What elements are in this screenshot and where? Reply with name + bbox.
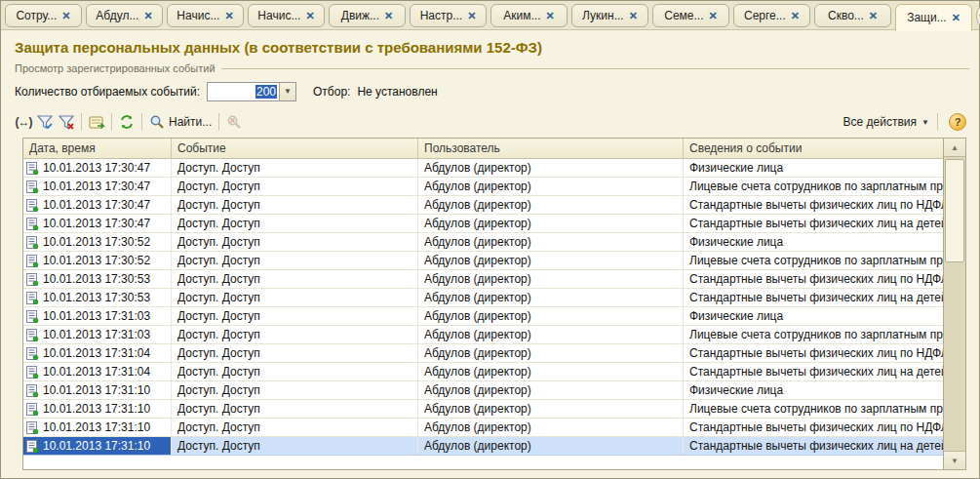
cell-details: Физические лица — [684, 233, 943, 251]
cell-user: Абдулов (директор) — [418, 419, 684, 436]
scrollbar-thumb[interactable] — [945, 159, 964, 262]
cell-event: Доступ. Доступ — [172, 326, 418, 343]
table-row[interactable]: 10.01.2013 17:31:10Доступ. ДоступАбдулов… — [23, 419, 943, 437]
tab-9[interactable]: Серге...✕ — [733, 4, 810, 27]
clear-filter-button[interactable] — [56, 111, 77, 133]
set-period-button[interactable]: (↔) — [13, 111, 34, 133]
search-cancel-icon — [226, 114, 242, 130]
tab-close-icon[interactable]: ✕ — [384, 11, 393, 21]
cell-details: Лицевые счета сотрудников по зарплатным … — [684, 400, 943, 418]
set-period-icon: (↔) — [16, 115, 32, 129]
set-filter-button[interactable] — [34, 111, 56, 133]
table-row[interactable]: 10.01.2013 17:31:03Доступ. ДоступАбдулов… — [23, 326, 943, 344]
cell-datetime: 10.01.2013 17:31:04 — [43, 365, 150, 379]
event-record-icon — [26, 218, 39, 230]
cell-datetime: 10.01.2013 17:30:53 — [43, 291, 150, 304]
group-box-header: Просмотр зарегистрированных событий — [15, 62, 969, 74]
cancel-search-button[interactable] — [223, 111, 245, 133]
cell-datetime: 10.01.2013 17:31:10 — [43, 402, 150, 416]
tab-5[interactable]: Настр...✕ — [410, 4, 487, 27]
event-card-icon — [88, 113, 105, 131]
tab-close-icon[interactable]: ✕ — [709, 11, 718, 21]
cell-user: Абдулов (директор) — [418, 289, 684, 306]
tab-close-icon[interactable]: ✕ — [143, 11, 152, 21]
cell-event: Доступ. Доступ — [172, 419, 418, 436]
event-count-dropdown-button[interactable]: ▼ — [279, 83, 295, 100]
tab-close-icon[interactable]: ✕ — [224, 11, 233, 21]
tab-3[interactable]: Начис...✕ — [248, 4, 325, 27]
help-button[interactable]: ? — [949, 113, 966, 131]
scroll-down-button[interactable]: ▼ — [944, 451, 965, 469]
table-row[interactable]: 10.01.2013 17:30:47Доступ. ДоступАбдулов… — [23, 159, 943, 178]
vertical-scrollbar[interactable]: ▲ ▼ — [943, 139, 965, 469]
cell-datetime: 10.01.2013 17:30:47 — [43, 161, 150, 175]
cell-datetime: 10.01.2013 17:30:47 — [43, 217, 150, 230]
cell-details: Стандартные вычеты физических лиц по НДФ… — [684, 419, 943, 436]
tab-7[interactable]: Лукин...✕ — [571, 4, 648, 27]
tab-1[interactable]: Абдул...✕ — [86, 4, 163, 27]
refresh-button[interactable] — [116, 111, 137, 133]
tab-0[interactable]: Сотру...✕ — [5, 4, 82, 27]
table-row[interactable]: 10.01.2013 17:30:47Доступ. ДоступАбдулов… — [23, 215, 943, 233]
cell-event: Доступ. Доступ — [172, 363, 418, 380]
cell-details: Физические лица — [684, 381, 943, 399]
cell-details: Физические лица — [684, 159, 943, 177]
tab-close-icon[interactable]: ✕ — [61, 11, 70, 21]
event-record-icon — [26, 273, 39, 286]
table-row[interactable]: 10.01.2013 17:30:52Доступ. ДоступАбдулов… — [23, 233, 943, 252]
table-row[interactable]: 10.01.2013 17:31:04Доступ. ДоступАбдулов… — [23, 363, 943, 381]
event-count-input[interactable]: 200 ▼ — [207, 82, 296, 101]
triangle-up-icon: ▲ — [951, 143, 959, 152]
table-row[interactable]: 10.01.2013 17:31:03Доступ. ДоступАбдулов… — [23, 307, 943, 326]
table-header: Дата, время Событие Пользователь Сведени… — [23, 139, 943, 159]
tab-label: Начис... — [257, 9, 300, 22]
tab-10[interactable]: Скво...✕ — [814, 4, 891, 27]
open-event-button[interactable] — [86, 111, 107, 133]
cell-details: Лицевые счета сотрудников по зарплатным … — [684, 252, 943, 269]
table-row[interactable]: 10.01.2013 17:30:53Доступ. ДоступАбдулов… — [23, 289, 943, 307]
table-row[interactable]: 10.01.2013 17:31:10Доступ. ДоступАбдулов… — [23, 437, 943, 456]
find-button[interactable]: Найти... — [146, 114, 215, 130]
event-record-icon — [26, 440, 39, 453]
tab-close-icon[interactable]: ✕ — [952, 13, 960, 23]
column-header-datetime[interactable]: Дата, время — [23, 139, 172, 158]
cell-user: Абдулов (директор) — [418, 252, 684, 269]
tab-8[interactable]: Семе...✕ — [652, 4, 729, 27]
app-window: Сотру...✕Абдул...✕Начис...✕Начис...✕Движ… — [0, 0, 980, 479]
table-row[interactable]: 10.01.2013 17:30:53Доступ. ДоступАбдулов… — [23, 270, 943, 289]
toolbar-separator — [141, 113, 142, 131]
cell-datetime: 10.01.2013 17:31:03 — [43, 328, 150, 341]
table-row[interactable]: 10.01.2013 17:31:10Доступ. ДоступАбдулов… — [23, 400, 943, 419]
table-row[interactable]: 10.01.2013 17:30:47Доступ. ДоступАбдулов… — [23, 196, 943, 215]
table-row[interactable]: 10.01.2013 17:30:52Доступ. ДоступАбдулов… — [23, 252, 943, 270]
cell-details: Лицевые счета сотрудников по зарплатным … — [684, 326, 943, 343]
tab-close-icon[interactable]: ✕ — [629, 11, 638, 21]
table-row[interactable]: 10.01.2013 17:30:47Доступ. ДоступАбдулов… — [23, 178, 943, 196]
triangle-down-icon: ▼ — [951, 457, 959, 465]
column-header-user[interactable]: Пользователь — [418, 139, 684, 158]
tab-close-icon[interactable]: ✕ — [869, 11, 878, 21]
column-header-event[interactable]: Событие — [172, 139, 418, 158]
tab-4[interactable]: Движ...✕ — [329, 4, 406, 27]
table-row[interactable]: 10.01.2013 17:31:10Доступ. ДоступАбдулов… — [23, 381, 943, 400]
tab-close-icon[interactable]: ✕ — [546, 11, 555, 21]
filter-row: Количество отбираемых событий: 200 ▼ Отб… — [15, 81, 979, 101]
filter-state-value: Не установлен — [357, 85, 437, 99]
tab-2[interactable]: Начис...✕ — [167, 4, 244, 27]
tab-close-icon[interactable]: ✕ — [305, 11, 314, 21]
group-box-label: Просмотр зарегистрированных событий — [15, 62, 216, 74]
all-actions-button[interactable]: Все действия ▼ — [840, 115, 933, 129]
tab-close-icon[interactable]: ✕ — [791, 11, 800, 21]
tab-close-icon[interactable]: ✕ — [467, 11, 476, 21]
cell-user: Абдулов (директор) — [418, 270, 684, 288]
tab-label: Серге... — [744, 9, 786, 22]
event-count-text[interactable]: 200 — [208, 83, 279, 100]
tab-overflow-button[interactable]: ▼ — [976, 7, 980, 25]
tab-6[interactable]: Аким...✕ — [490, 4, 568, 27]
tab-11[interactable]: Защи...✕ — [895, 4, 972, 31]
event-record-icon — [26, 366, 39, 379]
scroll-up-button[interactable]: ▲ — [944, 139, 965, 157]
column-header-details[interactable]: Сведения о событии — [684, 139, 943, 158]
table-row[interactable]: 10.01.2013 17:31:04Доступ. ДоступАбдулов… — [23, 344, 943, 363]
filter-state-label: Отбор: — [313, 85, 350, 99]
